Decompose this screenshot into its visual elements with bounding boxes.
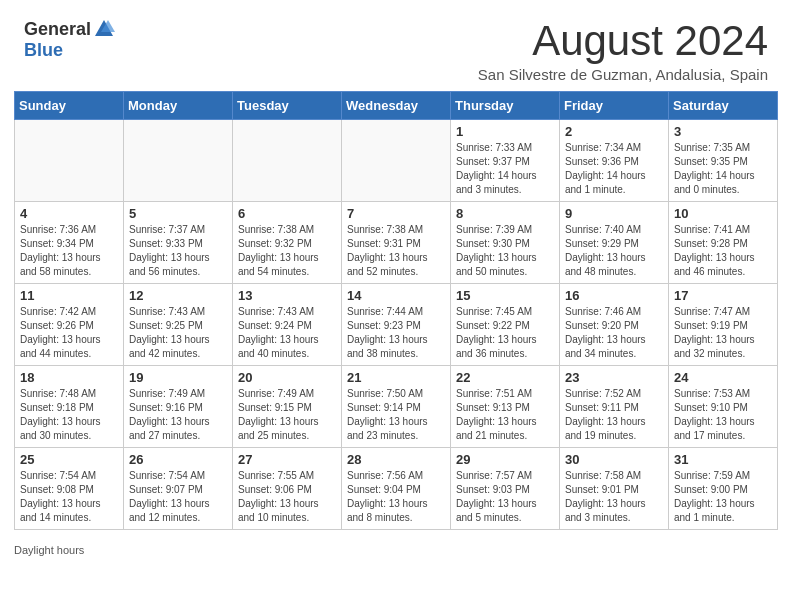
day-number: 31 [674, 452, 772, 467]
day-number: 10 [674, 206, 772, 221]
calendar-cell: 12Sunrise: 7:43 AM Sunset: 9:25 PM Dayli… [124, 284, 233, 366]
day-info: Sunrise: 7:34 AM Sunset: 9:36 PM Dayligh… [565, 141, 663, 197]
calendar-cell: 26Sunrise: 7:54 AM Sunset: 9:07 PM Dayli… [124, 448, 233, 530]
day-info: Sunrise: 7:39 AM Sunset: 9:30 PM Dayligh… [456, 223, 554, 279]
day-info: Sunrise: 7:35 AM Sunset: 9:35 PM Dayligh… [674, 141, 772, 197]
calendar-cell [342, 120, 451, 202]
day-info: Sunrise: 7:46 AM Sunset: 9:20 PM Dayligh… [565, 305, 663, 361]
day-info: Sunrise: 7:54 AM Sunset: 9:08 PM Dayligh… [20, 469, 118, 525]
day-number: 9 [565, 206, 663, 221]
calendar-cell: 19Sunrise: 7:49 AM Sunset: 9:16 PM Dayli… [124, 366, 233, 448]
day-number: 21 [347, 370, 445, 385]
day-number: 8 [456, 206, 554, 221]
day-number: 14 [347, 288, 445, 303]
day-header-monday: Monday [124, 92, 233, 120]
calendar-cell: 21Sunrise: 7:50 AM Sunset: 9:14 PM Dayli… [342, 366, 451, 448]
calendar-cell: 3Sunrise: 7:35 AM Sunset: 9:35 PM Daylig… [669, 120, 778, 202]
calendar-cell: 7Sunrise: 7:38 AM Sunset: 9:31 PM Daylig… [342, 202, 451, 284]
calendar-week-5: 25Sunrise: 7:54 AM Sunset: 9:08 PM Dayli… [15, 448, 778, 530]
day-number: 19 [129, 370, 227, 385]
day-info: Sunrise: 7:55 AM Sunset: 9:06 PM Dayligh… [238, 469, 336, 525]
day-header-saturday: Saturday [669, 92, 778, 120]
day-header-friday: Friday [560, 92, 669, 120]
day-number: 18 [20, 370, 118, 385]
calendar-cell: 16Sunrise: 7:46 AM Sunset: 9:20 PM Dayli… [560, 284, 669, 366]
day-info: Sunrise: 7:43 AM Sunset: 9:25 PM Dayligh… [129, 305, 227, 361]
day-info: Sunrise: 7:38 AM Sunset: 9:31 PM Dayligh… [347, 223, 445, 279]
day-info: Sunrise: 7:48 AM Sunset: 9:18 PM Dayligh… [20, 387, 118, 443]
calendar-week-1: 1Sunrise: 7:33 AM Sunset: 9:37 PM Daylig… [15, 120, 778, 202]
day-info: Sunrise: 7:33 AM Sunset: 9:37 PM Dayligh… [456, 141, 554, 197]
day-info: Sunrise: 7:36 AM Sunset: 9:34 PM Dayligh… [20, 223, 118, 279]
calendar-cell: 30Sunrise: 7:58 AM Sunset: 9:01 PM Dayli… [560, 448, 669, 530]
calendar-cell: 9Sunrise: 7:40 AM Sunset: 9:29 PM Daylig… [560, 202, 669, 284]
calendar-cell: 27Sunrise: 7:55 AM Sunset: 9:06 PM Dayli… [233, 448, 342, 530]
day-header-thursday: Thursday [451, 92, 560, 120]
calendar-cell: 20Sunrise: 7:49 AM Sunset: 9:15 PM Dayli… [233, 366, 342, 448]
calendar-cell [124, 120, 233, 202]
calendar-cell: 22Sunrise: 7:51 AM Sunset: 9:13 PM Dayli… [451, 366, 560, 448]
calendar-cell: 25Sunrise: 7:54 AM Sunset: 9:08 PM Dayli… [15, 448, 124, 530]
day-number: 1 [456, 124, 554, 139]
day-header-wednesday: Wednesday [342, 92, 451, 120]
calendar-cell: 8Sunrise: 7:39 AM Sunset: 9:30 PM Daylig… [451, 202, 560, 284]
day-info: Sunrise: 7:40 AM Sunset: 9:29 PM Dayligh… [565, 223, 663, 279]
day-number: 4 [20, 206, 118, 221]
calendar-cell: 1Sunrise: 7:33 AM Sunset: 9:37 PM Daylig… [451, 120, 560, 202]
day-info: Sunrise: 7:49 AM Sunset: 9:15 PM Dayligh… [238, 387, 336, 443]
day-info: Sunrise: 7:51 AM Sunset: 9:13 PM Dayligh… [456, 387, 554, 443]
logo-blue: Blue [24, 40, 63, 61]
day-info: Sunrise: 7:57 AM Sunset: 9:03 PM Dayligh… [456, 469, 554, 525]
day-info: Sunrise: 7:56 AM Sunset: 9:04 PM Dayligh… [347, 469, 445, 525]
day-info: Sunrise: 7:38 AM Sunset: 9:32 PM Dayligh… [238, 223, 336, 279]
day-info: Sunrise: 7:49 AM Sunset: 9:16 PM Dayligh… [129, 387, 227, 443]
day-number: 30 [565, 452, 663, 467]
day-number: 26 [129, 452, 227, 467]
page-header: General Blue August 2024 San Silvestre d… [0, 0, 792, 91]
calendar-cell: 2Sunrise: 7:34 AM Sunset: 9:36 PM Daylig… [560, 120, 669, 202]
calendar-cell: 31Sunrise: 7:59 AM Sunset: 9:00 PM Dayli… [669, 448, 778, 530]
day-number: 20 [238, 370, 336, 385]
calendar-cell: 11Sunrise: 7:42 AM Sunset: 9:26 PM Dayli… [15, 284, 124, 366]
day-info: Sunrise: 7:43 AM Sunset: 9:24 PM Dayligh… [238, 305, 336, 361]
location: San Silvestre de Guzman, Andalusia, Spai… [478, 66, 768, 83]
day-number: 15 [456, 288, 554, 303]
calendar-cell: 18Sunrise: 7:48 AM Sunset: 9:18 PM Dayli… [15, 366, 124, 448]
calendar-cell: 23Sunrise: 7:52 AM Sunset: 9:11 PM Dayli… [560, 366, 669, 448]
footer-note: Daylight hours [0, 540, 792, 564]
day-number: 6 [238, 206, 336, 221]
day-number: 13 [238, 288, 336, 303]
day-info: Sunrise: 7:52 AM Sunset: 9:11 PM Dayligh… [565, 387, 663, 443]
calendar-cell: 6Sunrise: 7:38 AM Sunset: 9:32 PM Daylig… [233, 202, 342, 284]
calendar-week-3: 11Sunrise: 7:42 AM Sunset: 9:26 PM Dayli… [15, 284, 778, 366]
calendar-week-2: 4Sunrise: 7:36 AM Sunset: 9:34 PM Daylig… [15, 202, 778, 284]
day-number: 27 [238, 452, 336, 467]
day-info: Sunrise: 7:58 AM Sunset: 9:01 PM Dayligh… [565, 469, 663, 525]
calendar-cell: 4Sunrise: 7:36 AM Sunset: 9:34 PM Daylig… [15, 202, 124, 284]
day-header-sunday: Sunday [15, 92, 124, 120]
calendar-table: SundayMondayTuesdayWednesdayThursdayFrid… [14, 91, 778, 530]
calendar-cell: 10Sunrise: 7:41 AM Sunset: 9:28 PM Dayli… [669, 202, 778, 284]
day-info: Sunrise: 7:42 AM Sunset: 9:26 PM Dayligh… [20, 305, 118, 361]
day-info: Sunrise: 7:50 AM Sunset: 9:14 PM Dayligh… [347, 387, 445, 443]
calendar-cell: 15Sunrise: 7:45 AM Sunset: 9:22 PM Dayli… [451, 284, 560, 366]
calendar-cell [15, 120, 124, 202]
day-info: Sunrise: 7:54 AM Sunset: 9:07 PM Dayligh… [129, 469, 227, 525]
day-number: 29 [456, 452, 554, 467]
calendar-cell: 29Sunrise: 7:57 AM Sunset: 9:03 PM Dayli… [451, 448, 560, 530]
day-number: 11 [20, 288, 118, 303]
calendar-cell: 28Sunrise: 7:56 AM Sunset: 9:04 PM Dayli… [342, 448, 451, 530]
calendar-cell: 17Sunrise: 7:47 AM Sunset: 9:19 PM Dayli… [669, 284, 778, 366]
day-number: 7 [347, 206, 445, 221]
day-number: 12 [129, 288, 227, 303]
logo: General Blue [24, 18, 115, 61]
logo-general: General [24, 19, 91, 40]
calendar-cell: 24Sunrise: 7:53 AM Sunset: 9:10 PM Dayli… [669, 366, 778, 448]
day-number: 3 [674, 124, 772, 139]
day-number: 17 [674, 288, 772, 303]
day-header-tuesday: Tuesday [233, 92, 342, 120]
calendar-cell [233, 120, 342, 202]
day-number: 22 [456, 370, 554, 385]
calendar-cell: 13Sunrise: 7:43 AM Sunset: 9:24 PM Dayli… [233, 284, 342, 366]
day-number: 5 [129, 206, 227, 221]
